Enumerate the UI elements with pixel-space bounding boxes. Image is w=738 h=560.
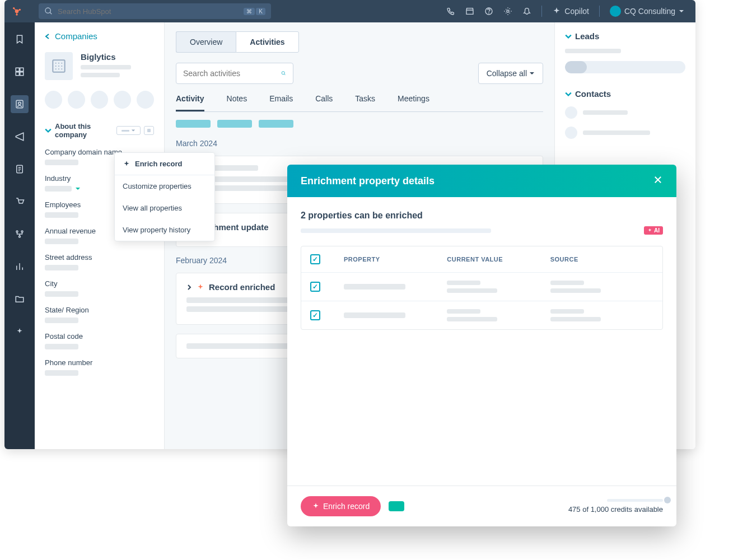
action-circle[interactable]	[114, 91, 131, 109]
global-search[interactable]: ⌘ K	[39, 3, 271, 19]
filter-pill[interactable]	[217, 120, 252, 128]
rail-dashboard[interactable]	[11, 63, 29, 81]
svg-point-10	[489, 13, 489, 13]
copilot-button[interactable]: Copilot	[552, 7, 589, 16]
th-current: CURRENT VALUE	[447, 256, 550, 263]
credits-progress	[607, 499, 663, 502]
modal-close-button[interactable]	[653, 174, 663, 188]
rail-content[interactable]	[11, 160, 29, 178]
caret-down-icon	[529, 71, 535, 76]
enrichment-table: ✓ PROPERTY CURRENT VALUE SOURCE ✓ ✓	[301, 246, 663, 330]
svg-point-11	[507, 10, 509, 12]
section-add-button[interactable]	[144, 126, 154, 135]
activity-tab-calls[interactable]: Calls	[315, 94, 333, 111]
popover-enrich-record[interactable]: Enrich record	[115, 153, 214, 175]
account-avatar	[610, 6, 621, 17]
leads-section[interactable]: Leads	[565, 31, 685, 41]
action-circle[interactable]	[45, 91, 62, 109]
hubspot-logo[interactable]	[10, 4, 24, 18]
svg-rect-12	[16, 68, 19, 71]
rail-marketing[interactable]	[11, 128, 29, 146]
sparkle-icon	[312, 502, 320, 510]
prop-phone-value[interactable]	[45, 370, 78, 376]
prop-city-value[interactable]	[45, 291, 78, 297]
enrich-record-button[interactable]: Enrich record	[301, 496, 381, 516]
search-icon	[44, 7, 53, 16]
chevron-down-icon	[565, 91, 572, 97]
help-icon[interactable]	[484, 7, 493, 16]
chevron-right-icon	[186, 284, 192, 290]
company-name: Biglytics	[81, 52, 154, 62]
summary-placeholder	[301, 228, 491, 233]
svg-point-7	[45, 8, 50, 13]
rail-commerce[interactable]	[11, 193, 29, 211]
search-shortcut: ⌘ K	[244, 8, 265, 15]
activity-tab-notes[interactable]: Notes	[227, 94, 247, 111]
prop-postal-value[interactable]	[45, 344, 78, 349]
prop-phone-label: Phone number	[45, 358, 154, 367]
secondary-pill[interactable]	[389, 501, 404, 511]
activity-tab-tasks[interactable]: Tasks	[355, 94, 375, 111]
svg-point-38	[282, 72, 284, 74]
contact-item[interactable]	[565, 106, 685, 119]
sparkle-icon	[197, 283, 204, 291]
search-activities-input[interactable]	[183, 69, 281, 78]
svg-line-8	[50, 12, 52, 14]
activity-tab-meetings[interactable]: Meetings	[398, 94, 429, 111]
activity-tab-emails[interactable]: Emails	[269, 94, 293, 111]
rail-library[interactable]	[11, 290, 29, 308]
section-settings-button[interactable]	[116, 126, 141, 135]
account-menu[interactable]: CQ Consulting	[610, 6, 684, 17]
search-icon	[281, 69, 286, 78]
filter-pill[interactable]	[176, 120, 211, 128]
settings-icon[interactable]	[503, 7, 512, 16]
action-circle[interactable]	[68, 91, 85, 109]
popover-view-all[interactable]: View all properties	[115, 197, 214, 219]
company-avatar	[45, 52, 73, 80]
chevron-down-icon	[565, 33, 572, 40]
prop-revenue-value[interactable]	[45, 239, 78, 244]
contacts-section[interactable]: Contacts	[565, 89, 685, 99]
prop-state-value[interactable]	[45, 318, 78, 323]
prop-state-label: State/ Region	[45, 306, 154, 314]
search-activities[interactable]	[176, 63, 293, 84]
app-nav-rail	[4, 22, 35, 449]
rail-reports[interactable]	[11, 258, 29, 276]
select-all-checkbox[interactable]: ✓	[310, 254, 320, 264]
action-circle[interactable]	[91, 91, 108, 109]
sparkle-icon	[647, 228, 652, 233]
svg-point-22	[16, 231, 18, 232]
tab-activities[interactable]: Activities	[236, 31, 298, 53]
rail-contacts[interactable]	[11, 95, 29, 113]
popover-customize[interactable]: Customize properties	[115, 175, 214, 197]
prop-employees-value[interactable]	[45, 212, 78, 218]
notifications-icon[interactable]	[522, 7, 531, 16]
filter-pill[interactable]	[259, 120, 293, 128]
month-march: March 2024	[176, 139, 543, 148]
prop-domain-value[interactable]	[45, 160, 78, 165]
row-checkbox[interactable]: ✓	[310, 310, 320, 320]
leads-progress	[565, 61, 685, 73]
prop-industry-value[interactable]	[45, 186, 72, 192]
action-circle[interactable]	[137, 91, 154, 109]
popover-history[interactable]: View property history	[115, 219, 214, 241]
credits-available: 475 of 1,000 credits available	[568, 505, 663, 514]
marketplace-icon[interactable]	[465, 7, 474, 16]
rail-ai[interactable]	[11, 323, 29, 340]
phone-icon[interactable]	[446, 7, 455, 16]
tab-overview[interactable]: Overview	[176, 31, 236, 53]
activity-tab-activity[interactable]: Activity	[176, 94, 204, 111]
row-checkbox[interactable]: ✓	[310, 282, 320, 292]
sparkle-icon	[123, 160, 130, 168]
caret-down-icon[interactable]	[75, 186, 81, 192]
enrich-summary: 2 properties can be enriched	[301, 211, 423, 221]
rail-automation[interactable]	[11, 225, 29, 243]
global-search-input[interactable]	[58, 7, 239, 16]
prop-street-value[interactable]	[45, 265, 78, 270]
rail-bookmark[interactable]	[11, 30, 29, 48]
ai-badge: AI	[644, 226, 663, 235]
collapse-all-button[interactable]: Collapse all	[478, 63, 543, 84]
about-section-header[interactable]: About this company	[45, 122, 154, 139]
contact-item[interactable]	[565, 127, 685, 139]
breadcrumb[interactable]: Companies	[45, 31, 154, 41]
